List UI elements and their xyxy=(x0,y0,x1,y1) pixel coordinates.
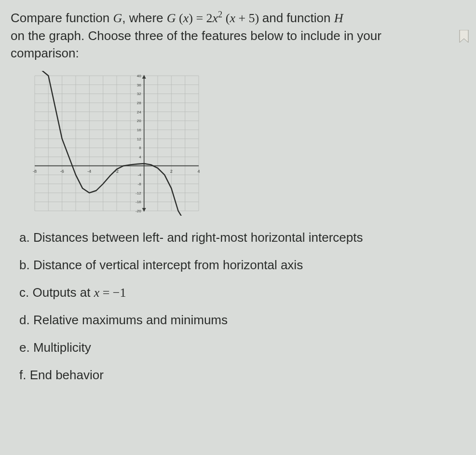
paren-open: ( xyxy=(176,11,183,25)
svg-text:12: 12 xyxy=(137,137,141,141)
svg-text:20: 20 xyxy=(137,119,141,123)
option-b: b. Distance of vertical intercept from h… xyxy=(19,257,467,274)
svg-text:32: 32 xyxy=(137,92,141,96)
svg-text:-12: -12 xyxy=(136,191,141,195)
var-x3: x xyxy=(230,11,235,25)
prompt-mid1: , where xyxy=(122,11,167,25)
option-e: e. Multiplicity xyxy=(19,339,467,356)
svg-text:8: 8 xyxy=(139,146,141,150)
svg-text:4: 4 xyxy=(139,155,141,159)
option-c-eq: = −1 xyxy=(99,286,126,300)
plus5: + 5) xyxy=(235,11,262,25)
prompt-line3: comparison: xyxy=(11,46,79,60)
prompt-line2: on the graph. Choose three of the featur… xyxy=(11,28,381,43)
option-d: d. Relative maximums and minimums xyxy=(19,312,467,329)
svg-text:-4: -4 xyxy=(87,168,91,173)
svg-text:24: 24 xyxy=(137,110,141,114)
bookmark-icon xyxy=(459,30,469,43)
svg-text:-4: -4 xyxy=(138,173,142,177)
svg-text:-8: -8 xyxy=(33,168,37,173)
svg-marker-31 xyxy=(142,75,146,79)
svg-marker-32 xyxy=(142,208,146,212)
option-b-text: b. Distance of vertical intercept from h… xyxy=(19,258,303,272)
eq-2: ) = 2 xyxy=(189,11,212,25)
svg-text:-20: -20 xyxy=(136,209,141,213)
question-prompt: Compare function G, where G (x) = 2x2 (x… xyxy=(11,9,467,62)
svg-text:40: 40 xyxy=(137,74,141,78)
prompt-pre: Compare function xyxy=(11,11,113,25)
options-list: a. Distances between left- and right-mos… xyxy=(11,229,467,384)
prompt-mid2: and function xyxy=(262,11,334,25)
option-c-pre: c. Outputs at xyxy=(19,285,94,300)
var-Gx: G xyxy=(167,11,176,25)
var-G1: G xyxy=(113,11,122,25)
option-a-text: a. Distances between left- and right-mos… xyxy=(19,230,363,245)
svg-text:16: 16 xyxy=(137,128,141,132)
option-f-text: f. End behavior xyxy=(19,368,104,382)
var-x2: x xyxy=(213,11,218,25)
var-x1: x xyxy=(183,11,189,25)
option-a: a. Distances between left- and right-mos… xyxy=(19,229,467,246)
var-H: H xyxy=(334,11,343,25)
svg-text:-16: -16 xyxy=(136,200,141,204)
svg-text:4: 4 xyxy=(197,168,200,173)
svg-text:28: 28 xyxy=(137,101,141,105)
graph-of-H: -8-6-4-224-20-16-12-8-448121620242832364… xyxy=(30,71,204,216)
option-e-text: e. Multiplicity xyxy=(19,340,91,355)
option-d-text: d. Relative maximums and minimums xyxy=(19,313,228,327)
superscript-2: 2 xyxy=(218,10,222,19)
option-c-var: x xyxy=(94,286,100,300)
svg-text:-8: -8 xyxy=(138,182,142,186)
svg-text:36: 36 xyxy=(137,83,141,87)
svg-text:2: 2 xyxy=(170,168,173,173)
option-f: f. End behavior xyxy=(19,367,467,384)
svg-text:-6: -6 xyxy=(60,168,64,173)
paren2-open: ( xyxy=(222,11,230,25)
option-c: c. Outputs at x = −1 xyxy=(19,284,467,301)
chart-svg: -8-6-4-224-20-16-12-8-448121620242832364… xyxy=(30,71,204,216)
